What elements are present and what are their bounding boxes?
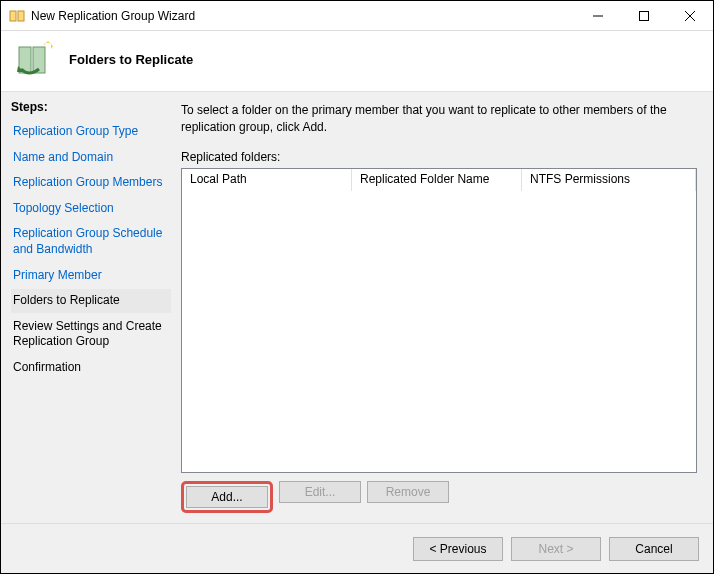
step-primary-member[interactable]: Primary Member <box>11 264 171 288</box>
window-title: New Replication Group Wizard <box>31 9 575 23</box>
step-replication-group-type[interactable]: Replication Group Type <box>11 120 171 144</box>
replicated-folders-list[interactable]: Local Path Replicated Folder Name NTFS P… <box>181 168 697 473</box>
close-button[interactable] <box>667 1 713 30</box>
svg-rect-0 <box>10 11 16 21</box>
svg-rect-1 <box>18 11 24 21</box>
wizard-header: Folders to Replicate <box>1 31 713 92</box>
cancel-button[interactable]: Cancel <box>609 537 699 561</box>
svg-rect-3 <box>640 11 649 20</box>
column-local-path[interactable]: Local Path <box>182 169 352 191</box>
wizard-icon <box>15 39 55 79</box>
step-topology-selection[interactable]: Topology Selection <box>11 197 171 221</box>
window-controls <box>575 1 713 30</box>
step-confirmation: Confirmation <box>11 356 171 380</box>
step-folders-to-replicate[interactable]: Folders to Replicate <box>11 289 171 313</box>
steps-sidebar: Steps: Replication Group Type Name and D… <box>1 92 171 523</box>
step-review-settings: Review Settings and Create Replication G… <box>11 315 171 354</box>
list-buttons: Add... Edit... Remove <box>181 481 697 513</box>
steps-heading: Steps: <box>11 100 171 114</box>
wizard-window: New Replication Group Wizard Folders to … <box>0 0 714 574</box>
app-icon <box>9 8 25 24</box>
wizard-body: Steps: Replication Group Type Name and D… <box>1 92 713 523</box>
minimize-button[interactable] <box>575 1 621 30</box>
step-name-and-domain[interactable]: Name and Domain <box>11 146 171 170</box>
titlebar: New Replication Group Wizard <box>1 1 713 31</box>
column-replicated-folder-name[interactable]: Replicated Folder Name <box>352 169 522 191</box>
step-schedule-and-bandwidth[interactable]: Replication Group Schedule and Bandwidth <box>11 222 171 261</box>
next-button: Next > <box>511 537 601 561</box>
column-ntfs-permissions[interactable]: NTFS Permissions <box>522 169 696 191</box>
edit-button: Edit... <box>279 481 361 503</box>
instruction-text: To select a folder on the primary member… <box>181 102 697 136</box>
remove-button: Remove <box>367 481 449 503</box>
page-title: Folders to Replicate <box>69 52 193 67</box>
add-button-highlight: Add... <box>181 481 273 513</box>
replicated-folders-label: Replicated folders: <box>181 150 697 164</box>
list-header: Local Path Replicated Folder Name NTFS P… <box>182 169 696 191</box>
add-button[interactable]: Add... <box>186 486 268 508</box>
previous-button[interactable]: < Previous <box>413 537 503 561</box>
main-panel: To select a folder on the primary member… <box>171 92 713 523</box>
maximize-button[interactable] <box>621 1 667 30</box>
step-replication-group-members[interactable]: Replication Group Members <box>11 171 171 195</box>
wizard-footer: < Previous Next > Cancel <box>1 523 713 573</box>
